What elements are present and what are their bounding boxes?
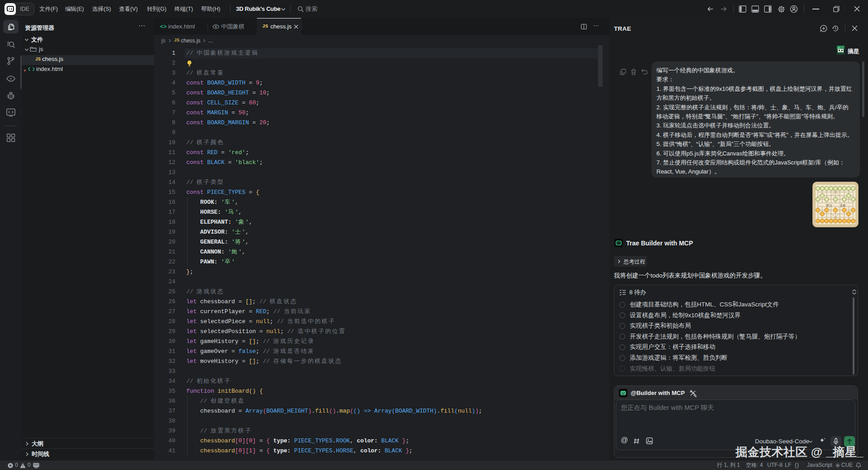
svg-text:漢界: 漢界 (840, 204, 846, 207)
svg-text:楚河: 楚河 (826, 204, 832, 207)
